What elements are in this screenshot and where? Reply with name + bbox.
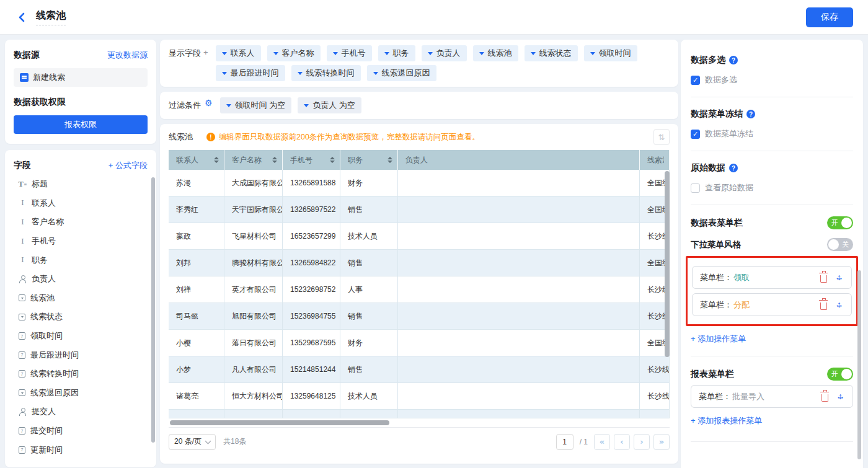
field-item[interactable]: 线索退回原因 [14, 384, 150, 403]
cell-company: 旭阳有限公司 [224, 303, 283, 330]
page-size-select[interactable]: 20 条/页 [169, 434, 216, 450]
column-label: 客户名称 [232, 155, 270, 166]
table-header-cell[interactable]: 线索池 [640, 150, 670, 170]
main-column: 显示字段 + 联系人 客户名称 手机号 [160, 40, 678, 464]
move-icon[interactable] [836, 392, 845, 401]
field-item[interactable]: 手机号 [14, 232, 150, 251]
field-item[interactable]: 负责人 [14, 270, 150, 289]
settings-scrollbar[interactable] [857, 270, 861, 459]
chevron-down-icon [531, 52, 536, 55]
menu-bar-item[interactable]: 菜单栏： 批量导入 [691, 385, 853, 408]
help-icon[interactable]: ? [729, 56, 738, 64]
table-body: 苏漫 大成国际有限公司 13265891588 财务 全国线索 李秀红 天宇国际… [169, 170, 670, 410]
checkbox[interactable] [691, 76, 700, 85]
field-item[interactable]: 领取时间 [14, 327, 150, 346]
display-field-chip[interactable]: 线索退回原因 [367, 65, 436, 81]
column-sort-button[interactable]: ⇅ [653, 129, 670, 145]
delete-icon[interactable] [820, 302, 827, 310]
horizontal-scrollbar[interactable] [170, 420, 389, 425]
formula-field-link[interactable]: + 公式字段 [108, 160, 148, 171]
cell-company: 英才有限公司 [224, 276, 283, 303]
field-item[interactable]: 线索转换时间 [14, 364, 150, 384]
filter-chip[interactable]: 领取时间 为空 [220, 97, 292, 113]
display-field-chip[interactable]: 手机号 [327, 45, 372, 61]
next-page-button[interactable]: › [634, 434, 650, 450]
save-button[interactable]: 保存 [806, 7, 853, 27]
help-icon[interactable]: ? [746, 110, 755, 118]
table-header-cell[interactable]: 职务 [340, 150, 398, 170]
report-menu-toggle[interactable]: 开 [827, 368, 853, 381]
display-field-chip[interactable]: 联系人 [216, 45, 261, 61]
display-field-chip[interactable]: 最后跟进时间 [216, 65, 285, 81]
field-item[interactable]: 联系人 [14, 194, 150, 213]
field-item[interactable]: 提交人 [14, 402, 150, 422]
cell-phone: 16523657299 [283, 223, 340, 250]
table-vertical-scrollbar[interactable] [665, 171, 670, 357]
horizontal-scrollbar-track [169, 420, 670, 426]
field-item[interactable]: 职务 [14, 250, 150, 270]
menu-freeze-checkbox-row[interactable]: 数据菜单冻结 [691, 128, 853, 139]
chevron-down-icon [479, 52, 484, 55]
move-icon[interactable] [835, 300, 844, 309]
add-report-action-menu-link[interactable]: + 添加报表操作菜单 [691, 415, 853, 426]
table-header-cell[interactable]: 联系人 [169, 150, 224, 170]
field-item-label: 标题 [32, 179, 48, 190]
cell-contact: 刘禅 [169, 276, 224, 303]
change-datasource-link[interactable]: 更改数据源 [107, 50, 148, 61]
display-field-chip[interactable]: 客户名称 [267, 45, 321, 61]
table-row: 诸葛亮 恒大方材料公司 13259648125 技术人员 长沙线索 [169, 383, 670, 410]
display-field-chip[interactable]: 线索状态 [525, 45, 578, 61]
field-item[interactable]: 标题 [14, 175, 150, 194]
field-type-icon [19, 294, 25, 301]
page-number-input[interactable]: 1 [556, 434, 574, 450]
field-item[interactable]: 最后跟进时间 [14, 345, 150, 364]
table-header-cell[interactable]: 负责人 [398, 150, 640, 170]
display-field-chip[interactable]: 领取时间 [584, 45, 637, 61]
last-page-button[interactable]: » [653, 434, 670, 450]
dropdown-style-toggle[interactable]: 关 [827, 238, 853, 251]
field-item[interactable]: 线索池 [14, 289, 150, 308]
field-type-icon [19, 408, 27, 416]
display-field-chip[interactable]: 线索转换时间 [291, 65, 361, 81]
table-header-cell[interactable]: 手机号 [283, 150, 340, 170]
back-button[interactable] [15, 11, 29, 24]
divider [691, 151, 853, 151]
field-item[interactable]: 客户名称 [14, 213, 150, 232]
move-icon[interactable] [835, 273, 844, 282]
filter-chip[interactable]: 负责人 为空 [298, 97, 361, 113]
page-title[interactable]: 线索池 [36, 9, 66, 25]
checkbox[interactable] [691, 130, 700, 139]
field-item[interactable]: 提交时间 [14, 422, 150, 441]
menu-bar-item[interactable]: 菜单栏： 分配 [692, 293, 852, 316]
menu-bar-item[interactable]: 菜单栏： 领取 [692, 266, 852, 289]
chip-label: 手机号 [342, 48, 366, 59]
field-item-label: 提交人 [32, 406, 56, 417]
cell-contact: 苏漫 [169, 170, 224, 196]
table-header-cell[interactable]: 客户名称 [224, 150, 283, 170]
help-icon[interactable]: ? [729, 164, 738, 172]
table-row: 刘邦 腾骏材料有限公司 13265984822 销售 全国线索 [169, 250, 670, 276]
menu-item-value: 批量导入 [732, 391, 764, 402]
add-display-field-button[interactable]: + [203, 45, 208, 57]
datasource-item[interactable]: 新建线索 [14, 68, 148, 87]
filter-gear-icon[interactable]: ⚙ [205, 97, 213, 107]
page-size-value: 20 条/页 [174, 436, 202, 447]
field-item[interactable]: 更新时间 [14, 440, 150, 459]
prev-page-button[interactable]: ‹ [614, 434, 630, 450]
delete-icon[interactable] [822, 394, 828, 402]
add-action-menu-link[interactable]: + 添加操作菜单 [691, 333, 853, 345]
display-field-chip[interactable]: 职务 [378, 45, 415, 61]
report-permission-button[interactable]: 报表权限 [14, 115, 148, 134]
table-menu-toggle[interactable]: 开 [827, 216, 853, 229]
display-field-chip[interactable]: 负责人 [422, 45, 467, 61]
fields-scrollbar[interactable] [151, 177, 155, 443]
checkbox[interactable] [691, 183, 700, 193]
divider [691, 356, 853, 356]
field-item[interactable]: 线索状态 [14, 307, 150, 327]
multi-select-checkbox-row[interactable]: 数据多选 [691, 74, 853, 86]
first-page-button[interactable]: « [594, 434, 610, 450]
display-field-chip[interactable]: 线索池 [473, 45, 518, 61]
delete-icon[interactable] [820, 275, 827, 283]
chevron-down-icon [428, 52, 433, 55]
raw-data-checkbox-row[interactable]: 查看原始数据 [691, 182, 853, 193]
